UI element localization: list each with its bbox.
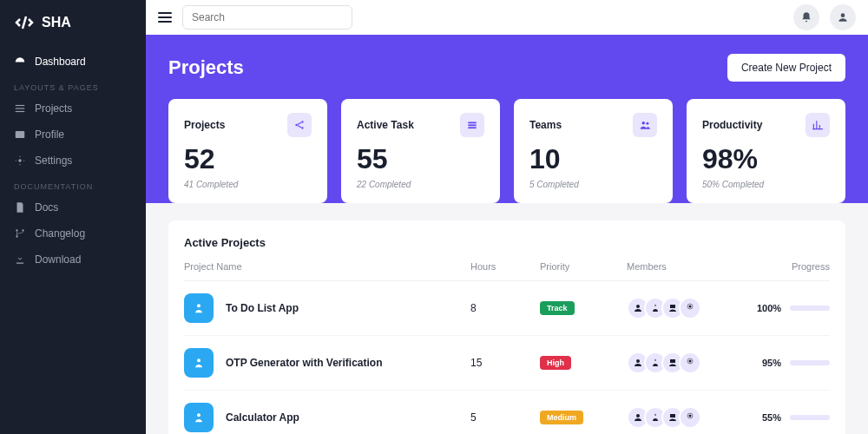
sidebar-item-label: Settings (35, 155, 72, 167)
svg-point-6 (16, 229, 17, 231)
table-row[interactable]: To Do List App8Track100% (184, 281, 830, 336)
svg-point-16 (642, 122, 646, 125)
svg-point-23 (197, 359, 201, 363)
id-icon (14, 128, 26, 141)
svg-point-12 (301, 127, 303, 128)
user-menu[interactable] (830, 4, 856, 30)
stat-card-1: Active Task5522 Completed (341, 99, 500, 203)
svg-point-26 (689, 360, 692, 363)
svg-rect-20 (670, 305, 675, 308)
svg-point-8 (22, 229, 23, 231)
share-icon (287, 113, 312, 137)
svg-point-29 (636, 414, 640, 418)
svg-rect-2 (16, 108, 25, 108)
svg-rect-30 (670, 414, 675, 418)
progress-pct: 55% (762, 412, 781, 423)
progress-bar (790, 306, 830, 311)
file-icon (14, 201, 26, 214)
card-label: Projects (184, 119, 225, 131)
svg-point-5 (18, 159, 22, 162)
svg-point-19 (636, 305, 640, 308)
card-value: 98% (702, 144, 830, 174)
priority-badge: Medium (540, 411, 583, 424)
menu-toggle[interactable] (158, 12, 172, 23)
branch-icon (14, 227, 26, 240)
sidebar-item-download[interactable]: Download (0, 247, 146, 273)
sidebar-item-projects[interactable]: Projects (0, 95, 146, 122)
stat-card-0: Projects5241 Completed (168, 99, 327, 203)
card-subtitle: 5 Completed (529, 180, 657, 189)
sidebar: SHA Dashboard LAYOUTS & PAGES Projects P… (0, 0, 146, 434)
brand-text: SHA (42, 15, 71, 30)
svg-rect-25 (670, 359, 675, 363)
member-avatar (679, 406, 701, 429)
svg-point-18 (197, 305, 201, 308)
card-subtitle: 50% Completed (702, 180, 830, 189)
project-hours: 15 (470, 357, 540, 369)
sidebar-item-docs[interactable]: Docs (0, 194, 146, 220)
member-avatar (679, 352, 701, 374)
members-group (627, 406, 757, 429)
active-projects-panel: Active Projects Project Name Hours Prior… (168, 220, 845, 434)
project-icon (184, 293, 214, 323)
priority-badge: High (540, 356, 571, 370)
sidebar-item-label: Download (35, 253, 81, 266)
sidebar-item-profile[interactable]: Profile (0, 122, 146, 148)
svg-rect-14 (468, 124, 476, 126)
stat-card-2: Teams105 Completed (514, 99, 673, 203)
card-subtitle: 22 Completed (357, 180, 484, 189)
progress-bar (790, 415, 830, 420)
table-row[interactable]: Calculator App5Medium55% (184, 391, 830, 434)
notifications-button[interactable] (793, 4, 819, 30)
table-header: Project Name Hours Priority Members Prog… (184, 261, 830, 281)
sidebar-item-changelog[interactable]: Changelog (0, 220, 146, 247)
list-icon (14, 102, 26, 115)
col-hours: Hours (470, 261, 540, 272)
project-name: Calculator App (226, 411, 299, 424)
hero: Projects Create New Project Projects5241… (146, 35, 868, 203)
sidebar-item-label: Changelog (35, 227, 85, 240)
project-hours: 5 (470, 411, 540, 424)
project-icon (184, 348, 214, 378)
svg-rect-15 (468, 127, 476, 128)
project-name: To Do List App (226, 302, 299, 314)
svg-rect-13 (468, 122, 476, 124)
sidebar-item-settings[interactable]: Settings (0, 148, 146, 174)
project-name: OTP Generator with Verification (226, 357, 383, 369)
svg-point-10 (295, 124, 297, 126)
col-progress: Progress (757, 261, 830, 272)
sidebar-item-label: Dashboard (35, 56, 86, 68)
sidebar-item-label: Docs (35, 201, 58, 214)
card-value: 10 (529, 144, 657, 174)
card-subtitle: 41 Completed (184, 180, 312, 189)
card-label: Teams (529, 119, 562, 131)
create-project-button[interactable]: Create New Project (727, 54, 845, 82)
table-row[interactable]: OTP Generator with Verification15High95% (184, 336, 830, 391)
col-members: Members (627, 261, 757, 272)
list2-icon (460, 113, 484, 137)
members-group (627, 297, 757, 319)
svg-point-9 (841, 13, 845, 17)
gear-icon (14, 155, 26, 167)
svg-point-11 (301, 121, 303, 122)
brand-logo[interactable]: SHA (0, 12, 146, 49)
sidebar-item-label: Projects (35, 102, 72, 115)
card-value: 55 (357, 144, 484, 174)
search-input[interactable] (182, 5, 352, 30)
member-avatar (679, 297, 701, 319)
progress-pct: 100% (757, 303, 781, 313)
stat-card-3: Productivity98%50% Completed (687, 99, 845, 203)
chart-icon (806, 113, 830, 137)
main: Projects Create New Project Projects5241… (146, 0, 868, 434)
members-group (627, 352, 757, 374)
progress-pct: 95% (762, 358, 781, 368)
svg-point-31 (689, 415, 692, 418)
user-icon (837, 11, 849, 23)
bell-icon (800, 11, 812, 23)
col-priority: Priority (540, 261, 627, 272)
page-title: Projects (168, 56, 244, 79)
card-label: Productivity (702, 119, 762, 131)
sidebar-item-dashboard[interactable]: Dashboard (0, 49, 146, 75)
svg-point-7 (16, 235, 17, 237)
svg-line-0 (23, 16, 26, 29)
